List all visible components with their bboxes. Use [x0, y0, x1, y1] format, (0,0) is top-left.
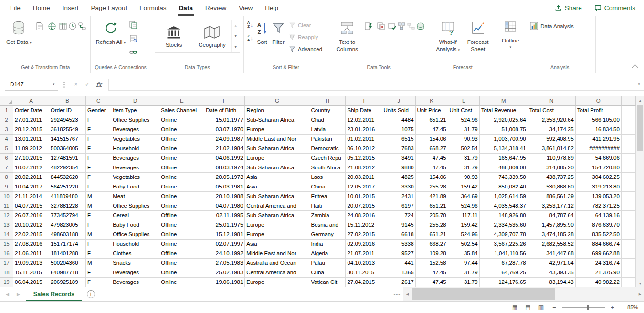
- cell-M8[interactable]: 743,339.50: [480, 173, 528, 182]
- cell-A4[interactable]: 13.01.2011: [13, 135, 49, 144]
- ribbon-tab-file[interactable]: File: [4, 0, 27, 16]
- sort-button[interactable]: AZ Sort: [254, 17, 270, 60]
- cell-K11[interactable]: 651.21: [416, 201, 448, 211]
- tab-splitter-handle[interactable]: •••: [393, 287, 403, 301]
- recent-sources-icon[interactable]: [68, 21, 77, 31]
- cell-I13[interactable]: 15.11.2012: [346, 220, 382, 230]
- cell-F14[interactable]: 15.12.1981: [204, 230, 245, 240]
- cell-L18[interactable]: 31.79: [448, 268, 480, 278]
- scroll-up-icon[interactable]: ▲: [636, 96, 644, 104]
- advanced-filter-button[interactable]: Advanced: [286, 43, 325, 55]
- cell-D12[interactable]: Cereal: [111, 211, 159, 220]
- cell-F10[interactable]: 20.10.1988: [204, 192, 245, 201]
- cell-I6[interactable]: 05.12.2015: [346, 154, 382, 163]
- cell-C17[interactable]: M: [86, 259, 111, 268]
- cell-O16[interactable]: 699,662.88: [576, 249, 622, 259]
- cell-F7[interactable]: 08.03.1974: [204, 163, 245, 173]
- cell-O13[interactable]: 876,639.70: [576, 220, 622, 230]
- cell-F2[interactable]: 15.01.1977: [204, 115, 245, 125]
- cell-J12[interactable]: 724: [382, 211, 416, 220]
- geography-button[interactable]: Geography: [193, 20, 232, 52]
- cell-D2[interactable]: Office Supplies: [111, 115, 159, 125]
- cell-D19[interactable]: Beverages: [111, 278, 159, 287]
- row-header-15[interactable]: 15: [0, 240, 13, 249]
- cell-N4[interactable]: 592,408.95: [528, 135, 576, 144]
- cell-G15[interactable]: Asia: [245, 240, 309, 249]
- row-header-3[interactable]: 3: [0, 125, 13, 135]
- cell-K17[interactable]: 152.58: [416, 259, 448, 268]
- cell-A8[interactable]: 20.02.2011: [13, 173, 49, 182]
- cell-E9[interactable]: Online: [159, 182, 204, 192]
- cell-C16[interactable]: F: [86, 249, 111, 259]
- cell-J4[interactable]: 6515: [382, 135, 416, 144]
- cell-G10[interactable]: Sub-Saharan Africa: [245, 192, 309, 201]
- queries-connections-icon[interactable]: [128, 20, 138, 30]
- cell-L9[interactable]: 159.42: [448, 182, 480, 192]
- cell-stub[interactable]: [622, 201, 636, 211]
- column-header-C[interactable]: C: [86, 96, 111, 106]
- cell-L11[interactable]: 524.96: [448, 201, 480, 211]
- cell-J16[interactable]: 9527: [382, 249, 416, 259]
- new-sheet-button[interactable]: +: [82, 287, 99, 301]
- cell-M7[interactable]: 468,806.00: [480, 163, 528, 173]
- cell-O15[interactable]: 884,666.74: [576, 240, 622, 249]
- cell-I19[interactable]: 27.04.2015: [346, 278, 382, 287]
- from-table-range-icon[interactable]: [58, 21, 68, 31]
- cell-L17[interactable]: 97.44: [448, 259, 480, 268]
- cell-L12[interactable]: 117.11: [448, 211, 480, 220]
- cell-H7[interactable]: South Africa: [309, 163, 346, 173]
- name-box-dropdown-icon[interactable]: ▾: [50, 83, 58, 86]
- cell-F13[interactable]: 25.01.1975: [204, 220, 245, 230]
- cell-I1[interactable]: Ship Date: [346, 106, 382, 115]
- cell-C15[interactable]: F: [86, 240, 111, 249]
- gallery-up-button[interactable]: ▲: [232, 20, 240, 31]
- cell-N9[interactable]: 530,868.60: [528, 182, 576, 192]
- column-header-A[interactable]: A: [13, 96, 49, 106]
- cell-D6[interactable]: Beverages: [111, 154, 159, 163]
- cell-O6[interactable]: 54,669.06: [576, 154, 622, 163]
- cell-B12[interactable]: 773452794: [49, 211, 86, 220]
- cell-H19[interactable]: Vatican Cit: [309, 278, 346, 287]
- consolidate-icon[interactable]: [397, 21, 406, 31]
- name-box[interactable]: D147 ▾: [5, 79, 58, 91]
- text-to-columns-button[interactable]: Text to Columns: [332, 17, 362, 60]
- cell-M4[interactable]: 1,003,700.90: [480, 135, 528, 144]
- cell-J17[interactable]: 441: [382, 259, 416, 268]
- cell-F17[interactable]: 27.05.1983: [204, 259, 245, 268]
- zoom-out-icon[interactable]: −: [551, 304, 557, 311]
- refresh-all-button[interactable]: Refresh All ▾: [94, 17, 127, 60]
- cell-E11[interactable]: Online: [159, 201, 204, 211]
- cell-B8[interactable]: 844532620: [49, 173, 86, 182]
- cell-I17[interactable]: 04.10.2013: [346, 259, 382, 268]
- cell-H11[interactable]: Haiti: [309, 201, 346, 211]
- sheet-tab-sales-records[interactable]: Sales Records: [26, 287, 82, 301]
- cell-B5[interactable]: 500364005: [49, 144, 86, 154]
- cell-A1[interactable]: Order Date: [13, 106, 49, 115]
- cell-C2[interactable]: F: [86, 115, 111, 125]
- cell-G6[interactable]: Europe: [245, 154, 309, 163]
- cell-B15[interactable]: 151717174: [49, 240, 86, 249]
- column-header-H[interactable]: H: [309, 96, 346, 106]
- cell-A7[interactable]: 10.07.2012: [13, 163, 49, 173]
- cell-M17[interactable]: 67,287.78: [480, 259, 528, 268]
- cell-K4[interactable]: 154.06: [416, 135, 448, 144]
- vertical-scroll-track[interactable]: [636, 104, 644, 280]
- cell-A16[interactable]: 21.06.2011: [13, 249, 49, 259]
- cell-N14[interactable]: 3,474,185.28: [528, 230, 576, 240]
- cell-G4[interactable]: Middle East and Nor: [245, 135, 309, 144]
- cell-K5[interactable]: 668.27: [416, 144, 448, 154]
- cell-F6[interactable]: 04.06.1992: [204, 154, 245, 163]
- cell-E4[interactable]: Offline: [159, 135, 204, 144]
- ribbon-tab-data[interactable]: Data: [173, 0, 199, 16]
- row-header-12[interactable]: 12: [0, 211, 13, 220]
- cell-B14[interactable]: 498603188: [49, 230, 86, 240]
- column-header-B[interactable]: B: [49, 96, 86, 106]
- column-header-D[interactable]: D: [111, 96, 159, 106]
- cell-C5[interactable]: F: [86, 144, 111, 154]
- share-button[interactable]: Share: [555, 4, 582, 11]
- cell-E5[interactable]: Online: [159, 144, 204, 154]
- cell-I15[interactable]: 02.09.2016: [346, 240, 382, 249]
- cell-M12[interactable]: 148,926.80: [480, 211, 528, 220]
- normal-view-icon[interactable]: ▦: [512, 304, 517, 311]
- cell-K1[interactable]: Unit Price: [416, 106, 448, 115]
